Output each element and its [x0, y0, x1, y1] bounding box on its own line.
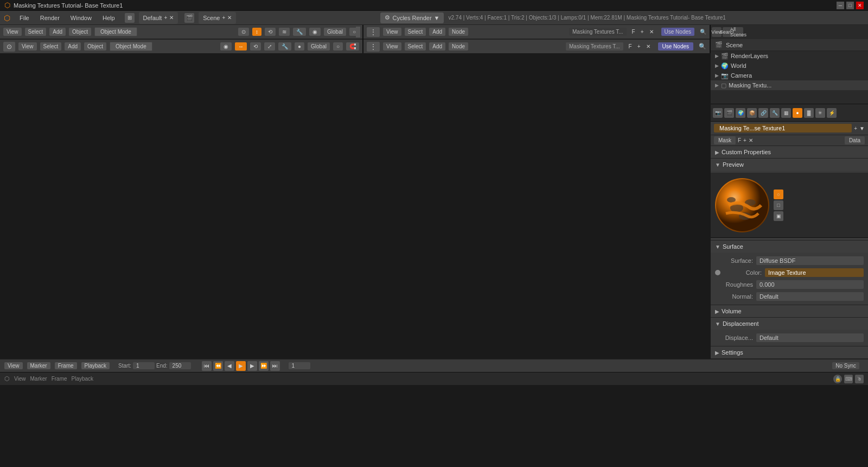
footer-pivot-btn[interactable]: ◉ [220, 42, 232, 51]
node-view-btn[interactable]: View [383, 28, 401, 36]
status-frame-btn[interactable]: Frame [52, 376, 67, 382]
status-icon-3[interactable]: 🖱 [855, 375, 864, 383]
material-add-icon[interactable]: + [854, 125, 857, 131]
footer-snap-btn[interactable]: 🧲 [346, 42, 359, 51]
play-btn[interactable]: ▶ [236, 361, 246, 371]
next-keyframe-btn[interactable]: ⏩ [259, 361, 269, 371]
use-nodes-footer-btn[interactable]: Use Nodes [658, 42, 693, 51]
maximize-button[interactable]: □ [846, 2, 854, 9]
prop-texture-icon[interactable]: ▓ [804, 108, 814, 118]
prop-physics-icon[interactable]: ⚡ [827, 108, 837, 118]
start-field[interactable]: 1 [133, 362, 155, 369]
viewport-manipulator-btn[interactable]: ↕ [252, 28, 261, 36]
normal-value[interactable]: Default [756, 292, 864, 301]
timeline-frame-btn[interactable]: Frame [55, 362, 77, 369]
prop-particles-icon[interactable]: ✳ [815, 108, 825, 118]
viewport-3d[interactable]: View Select Add Object Object Mode ⊙ ↕ ⟲… [0, 25, 363, 53]
viewport-tools-btn[interactable]: 🔧 [293, 28, 306, 36]
prop-scene-icon[interactable]: 🎬 [724, 108, 734, 118]
add-material-icon[interactable]: + [743, 137, 746, 143]
menu-render[interactable]: Render [35, 11, 65, 25]
timeline-playback-btn[interactable]: Playback [81, 362, 110, 369]
node-editor[interactable]: ⋮ View Select Add Node Masking Textures … [363, 25, 711, 53]
footer-mode-btn[interactable]: Object Mode [110, 42, 152, 51]
preview-plane-btn[interactable]: □ [774, 200, 783, 210]
node-del-btn[interactable]: ✕ [649, 29, 654, 35]
footer-manipulator-btn[interactable]: ↔ [235, 42, 247, 51]
footer-rotate-btn[interactable]: ⟲ [250, 42, 261, 51]
prop-render-icon[interactable]: 📷 [713, 108, 723, 118]
viewport-view-btn[interactable]: View [3, 28, 22, 36]
prop-world-icon[interactable]: 🌍 [736, 108, 745, 118]
workspace-selector[interactable]: Default + ✕ [139, 12, 178, 24]
footer-shading-btn[interactable]: ● [295, 42, 304, 51]
prev-keyframe-btn[interactable]: ⏪ [213, 361, 223, 371]
node-footer-f[interactable]: F [629, 43, 632, 49]
node-footer-select[interactable]: Select [405, 42, 426, 51]
preview-header[interactable]: ▼ Preview [711, 159, 868, 171]
custom-properties-header[interactable]: ▶ Custom Properties [711, 146, 868, 158]
render-engine-selector[interactable]: ⚙ Cycles Render ▼ [380, 12, 444, 23]
close-button[interactable]: ✕ [856, 2, 864, 9]
displace-value[interactable]: Default [756, 333, 864, 342]
node-f-label[interactable]: F [632, 29, 635, 35]
timeline-view-btn[interactable]: View [4, 362, 23, 369]
viewport-layer-btn[interactable]: ≋ [279, 28, 290, 36]
del-material-icon[interactable]: ✕ [749, 137, 753, 143]
status-playback-btn[interactable]: Playback [72, 376, 94, 382]
preview-cube-btn[interactable]: ▣ [774, 211, 783, 221]
viewport-pivot-btn[interactable]: ⊙ [238, 28, 249, 36]
node-footer-zoom[interactable]: 🔍 [699, 43, 706, 50]
node-footer-del[interactable]: ✕ [646, 43, 650, 49]
prop-data-icon[interactable]: ▦ [781, 108, 791, 118]
status-icon-2[interactable]: ⌨ [844, 375, 853, 383]
jump-start-btn[interactable]: ⏮ [202, 361, 212, 371]
jump-end-btn[interactable]: ⏭ [270, 361, 280, 371]
viewport-object-btn[interactable]: Object [69, 28, 91, 36]
tree-camera[interactable]: ▶ 📷 Camera [711, 71, 868, 80]
viewport-select-btn[interactable]: Select [25, 28, 47, 36]
status-view-btn[interactable]: View [14, 376, 26, 382]
prop-material-icon[interactable]: ● [793, 108, 802, 118]
minimize-button[interactable]: ─ [837, 2, 844, 9]
node-footer-material[interactable]: Masking Textures T... [566, 42, 623, 51]
tree-masking-object[interactable]: ▶ ▢ Masking Textu... [711, 80, 868, 90]
menu-help[interactable]: Help [97, 11, 120, 25]
prop-object-icon[interactable]: 📦 [747, 108, 757, 118]
scene-selector[interactable]: Scene + ✕ [199, 12, 236, 24]
prev-frame-btn[interactable]: ◀ [225, 361, 234, 371]
viewport-footer-icon[interactable]: ⊙ [3, 42, 15, 52]
menu-window[interactable]: Window [65, 11, 97, 25]
node-select-btn[interactable]: Select [405, 28, 426, 36]
preview-sphere-btn[interactable]: ○ [774, 190, 783, 199]
node-footer-add[interactable]: Add [429, 42, 445, 51]
footer-select-btn[interactable]: Select [40, 42, 62, 51]
prop-all-scenes-btn[interactable]: All Scenes [733, 27, 743, 37]
node-footer-view[interactable]: View [383, 42, 401, 51]
surface-header[interactable]: ▼ Surface [711, 241, 868, 253]
viewport-shading-btn[interactable]: ◉ [309, 28, 321, 36]
title-bar-controls[interactable]: ─ □ ✕ [837, 2, 864, 9]
node-footer-add2[interactable]: + [637, 43, 641, 49]
end-field[interactable]: 250 [169, 362, 191, 369]
sync-field[interactable]: No Sync [832, 362, 859, 369]
material-more-icon[interactable]: ▼ [859, 125, 865, 131]
viewport-add-btn[interactable]: Add [49, 28, 66, 36]
tree-renderlayers[interactable]: ▶ 🎬 RenderLayers [711, 51, 868, 61]
node-add-btn-2[interactable]: + [641, 29, 644, 35]
footer-transform-btn[interactable]: Global [308, 42, 330, 51]
viewport-snap-btn[interactable]: Global [324, 28, 346, 36]
node-add-btn[interactable]: Add [429, 28, 445, 36]
footer-proportional-btn[interactable]: ○ [333, 42, 343, 51]
color-value[interactable]: Image Texture [765, 268, 864, 277]
use-nodes-btn[interactable]: Use Nodes [661, 28, 694, 36]
footer-view-btn[interactable]: View [18, 42, 37, 51]
current-frame-field[interactable]: 1 [289, 362, 310, 369]
surface-value[interactable]: Diffuse BSDF [756, 256, 864, 265]
roughness-value[interactable]: 0.000 [756, 280, 864, 289]
viewport-transform-btn[interactable]: ⟲ [265, 28, 276, 36]
footer-scale-btn[interactable]: ⤢ [264, 42, 275, 51]
node-node-btn[interactable]: Node [449, 28, 468, 36]
displacement-header[interactable]: ▼ Displacement [711, 318, 868, 330]
next-frame-btn[interactable]: ▶ [247, 361, 257, 371]
